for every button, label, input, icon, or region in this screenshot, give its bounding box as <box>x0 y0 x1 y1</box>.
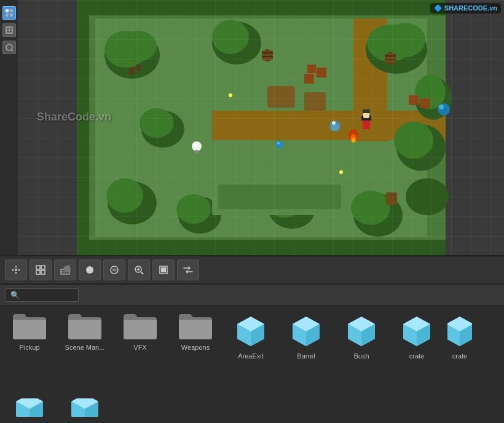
svg-rect-47 <box>409 95 419 105</box>
search-bar: 🔍 <box>0 285 504 306</box>
svg-rect-13 <box>77 240 446 255</box>
svg-rect-90 <box>41 271 45 274</box>
sidebar-tool-3[interactable] <box>2 41 16 54</box>
tool-circle[interactable] <box>79 259 101 280</box>
sidebar-tool-1[interactable] <box>2 6 16 20</box>
svg-rect-48 <box>420 98 430 108</box>
asset-label-weapons: Weapons <box>181 344 210 351</box>
asset-item-bush[interactable]: Bush <box>337 310 386 360</box>
svg-rect-66 <box>363 109 370 113</box>
cube-icon-crate1 <box>397 310 436 350</box>
svg-rect-68 <box>331 124 339 130</box>
svg-point-41 <box>406 178 449 215</box>
cube-icon-crate2 <box>447 310 472 350</box>
asset-item-vfx[interactable]: VFX <box>116 310 165 351</box>
svg-point-36 <box>176 194 211 224</box>
asset-item-scene-man[interactable]: Scene Man... <box>60 310 109 351</box>
cube-icon-row2-1 <box>10 398 49 417</box>
sidebar-tool-2[interactable] <box>2 23 16 37</box>
svg-rect-2 <box>6 14 9 17</box>
svg-rect-54 <box>385 53 396 63</box>
asset-label-pickup: Pickup <box>19 344 39 351</box>
tool-eraser[interactable] <box>54 259 76 280</box>
folder-icon-pickup <box>11 310 48 341</box>
bottom-toolbar <box>0 255 504 285</box>
asset-item-row2-1[interactable] <box>5 398 54 423</box>
asset-label-scene-man: Scene Man... <box>65 344 105 351</box>
svg-rect-23 <box>136 65 140 71</box>
svg-rect-3 <box>10 14 13 17</box>
asset-label-barrel: Barrel <box>297 352 315 360</box>
asset-item-weapons[interactable]: Weapons <box>171 310 220 351</box>
asset-row-1: Pickup Scene Man... <box>0 306 504 396</box>
svg-rect-85 <box>218 184 341 209</box>
svg-rect-17 <box>267 86 295 108</box>
svg-rect-22 <box>129 68 134 75</box>
asset-label-crate2: crate <box>452 352 467 360</box>
svg-point-61 <box>438 103 450 116</box>
asset-item-areaexit[interactable]: AreaExit <box>226 310 275 360</box>
cube-icon-barrel <box>286 310 326 350</box>
asset-browser: 🔍 Pickup <box>0 285 504 423</box>
svg-rect-78 <box>195 150 198 154</box>
asset-item-row2-2[interactable] <box>60 398 109 423</box>
svg-point-28 <box>386 23 425 57</box>
svg-rect-60 <box>386 192 397 205</box>
svg-rect-89 <box>36 271 40 274</box>
search-input-wrapper[interactable]: 🔍 <box>5 288 79 302</box>
editor-area: ShareCode.vn 🔷 SHARECODE.vn <box>0 0 504 255</box>
svg-line-8 <box>12 50 14 52</box>
svg-point-25 <box>212 20 249 54</box>
svg-point-77 <box>194 143 197 147</box>
svg-point-69 <box>332 121 336 125</box>
svg-line-97 <box>141 272 143 274</box>
svg-rect-50 <box>262 50 273 60</box>
svg-point-94 <box>86 266 93 274</box>
tool-zoom[interactable] <box>128 259 150 280</box>
folder-icon-weapons <box>177 310 214 341</box>
svg-point-81 <box>229 93 232 97</box>
svg-point-62 <box>439 105 444 109</box>
logo: 🔷 SHARECODE.vn <box>430 3 501 14</box>
tool-move[interactable] <box>5 259 27 280</box>
asset-item-crate1[interactable]: crate <box>392 310 441 360</box>
left-sidebar <box>0 0 18 255</box>
game-canvas[interactable]: ShareCode.vn 🔷 SHARECODE.vn <box>18 0 504 255</box>
svg-point-34 <box>106 178 143 213</box>
folder-icon-vfx <box>122 310 159 341</box>
tool-grid[interactable] <box>30 259 52 280</box>
svg-point-21 <box>120 31 157 61</box>
tool-stamp[interactable] <box>152 259 175 280</box>
svg-rect-12 <box>77 0 446 15</box>
asset-label-vfx: VFX <box>133 344 146 351</box>
asset-item-barrel[interactable]: Barrel <box>282 310 331 360</box>
svg-rect-101 <box>161 267 166 272</box>
tool-random[interactable] <box>177 259 199 280</box>
asset-grid: Pickup Scene Man... <box>0 306 504 423</box>
cube-icon-areaexit <box>231 310 270 350</box>
svg-point-73 <box>276 141 283 148</box>
svg-rect-45 <box>317 68 326 77</box>
folder-icon-scene-man <box>66 310 103 341</box>
asset-row-2 <box>0 396 504 423</box>
search-icon: 🔍 <box>10 291 20 299</box>
svg-point-86 <box>15 269 17 271</box>
svg-rect-18 <box>304 92 326 111</box>
svg-point-74 <box>277 142 280 144</box>
svg-rect-44 <box>304 74 314 84</box>
logo-text: SHARECODE <box>444 4 487 12</box>
svg-point-72 <box>352 138 355 143</box>
logo-tld: .vn <box>487 4 497 12</box>
svg-point-40 <box>351 191 390 225</box>
svg-rect-46 <box>307 65 316 73</box>
tool-paint[interactable] <box>103 259 125 280</box>
cube-icon-row2-2 <box>65 398 104 417</box>
asset-item-pickup[interactable]: Pickup <box>5 310 54 351</box>
svg-point-43 <box>394 122 433 159</box>
svg-rect-87 <box>36 266 40 269</box>
asset-label-bush: Bush <box>353 352 369 360</box>
svg-rect-0 <box>6 9 9 12</box>
svg-point-83 <box>339 170 343 174</box>
asset-item-crate2[interactable]: crate <box>447 310 472 360</box>
svg-rect-88 <box>41 266 45 269</box>
